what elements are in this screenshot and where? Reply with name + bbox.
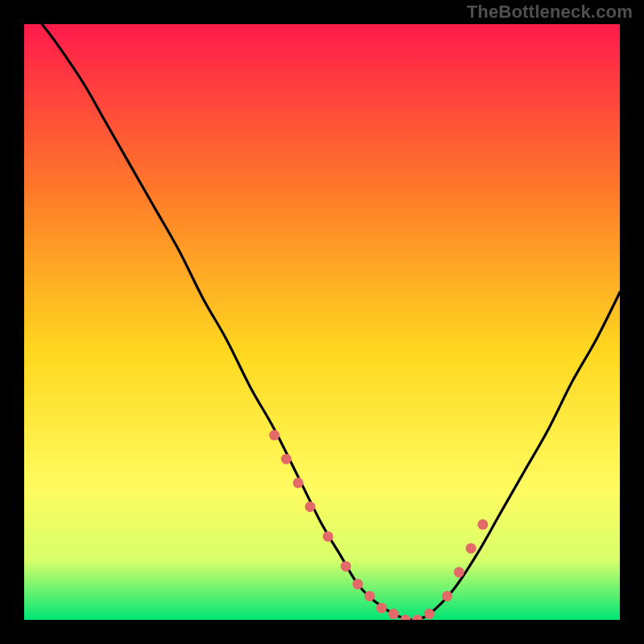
curve-marker [353, 579, 363, 589]
curve-marker [305, 502, 316, 512]
chart-background [24, 24, 620, 620]
curve-marker [466, 543, 477, 554]
curve-marker [341, 561, 351, 572]
curve-marker [281, 454, 291, 464]
watermark-text: TheBottleneck.com [467, 2, 633, 23]
curve-marker [293, 477, 303, 488]
chart-svg [24, 24, 620, 620]
curve-marker [323, 531, 333, 542]
curve-marker [377, 603, 387, 613]
curve-marker [269, 430, 279, 440]
curve-marker [388, 609, 398, 619]
bottleneck-chart [24, 24, 620, 620]
curve-marker [442, 591, 452, 601]
curve-marker [424, 609, 435, 619]
curve-marker [454, 567, 464, 577]
chart-frame: TheBottleneck.com [0, 0, 644, 644]
curve-marker [477, 519, 488, 530]
curve-marker [365, 591, 375, 601]
